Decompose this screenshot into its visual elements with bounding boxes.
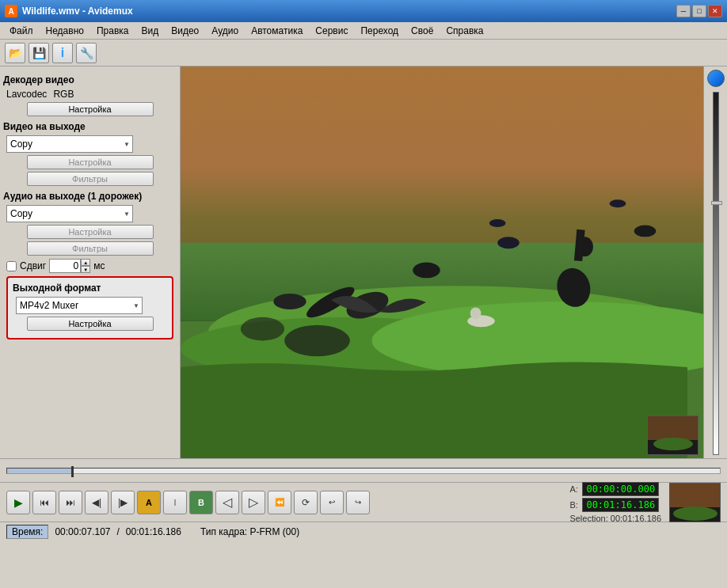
menu-auto[interactable]: Автоматика — [245, 24, 309, 38]
cut-button[interactable]: I — [163, 491, 187, 514]
audio-output-dropdown-row: Copy — [6, 205, 173, 222]
timeline-container — [6, 465, 721, 476]
menu-help[interactable]: Справка — [440, 24, 489, 38]
shift-row: Сдвиг ▲ ▼ мс — [6, 259, 173, 273]
audio-output-dropdown[interactable]: Copy — [6, 205, 133, 222]
timeline-track[interactable] — [6, 468, 721, 474]
loop-button[interactable]: ⟳ — [294, 491, 318, 514]
brightness-thumb[interactable] — [711, 201, 722, 205]
transport-buttons: ▶ ⏮ ⏭ ◀| |▶ A I B ◁ ▷ ⏪ ⟳ ↩ ↪ — [6, 491, 370, 514]
current-time-display: 00:00:07.107 — [55, 526, 110, 537]
menu-recent[interactable]: Недавно — [40, 24, 90, 38]
svg-point-12 — [489, 219, 506, 227]
mark-a-button[interactable]: A — [137, 491, 161, 514]
play-button[interactable]: ▶ — [6, 491, 30, 514]
go-to-end-button[interactable]: ⏭ — [59, 491, 82, 514]
output-format-dropdown-wrapper: MP4v2 Muxer — [16, 297, 143, 314]
left-panel: Декодер видео Lavcodec RGB Настройка Вид… — [0, 66, 181, 458]
menu-file[interactable]: Файл — [3, 24, 40, 38]
video-output-dropdown[interactable]: Copy — [6, 135, 133, 153]
timeline-position-marker — [71, 466, 74, 477]
prev-keyframe-button[interactable]: ◀| — [85, 491, 108, 514]
color-wheel-button[interactable] — [707, 70, 725, 87]
close-button[interactable]: ✕ — [708, 5, 722, 17]
menu-bar: Файл Недавно Правка Вид Видео Аудио Авто… — [0, 22, 727, 40]
output-format-dropdown[interactable]: MP4v2 Muxer — [16, 297, 143, 314]
svg-rect-5 — [181, 66, 727, 243]
menu-edit[interactable]: Правка — [90, 24, 135, 38]
toolbar-properties-button[interactable]: 🔧 — [76, 43, 97, 63]
svg-point-20 — [241, 317, 284, 341]
time-separator: / — [117, 526, 120, 537]
go-to-start-button[interactable]: ⏮ — [32, 491, 56, 514]
video-frame — [181, 66, 727, 458]
shift-value[interactable] — [49, 259, 81, 273]
svg-point-19 — [284, 325, 350, 357]
shift-spin-buttons: ▲ ▼ — [81, 259, 90, 273]
total-time-display: 00:01:16.186 — [126, 526, 181, 537]
svg-point-11 — [497, 237, 520, 248]
step-back-button[interactable]: ↩ — [320, 491, 344, 514]
mini-preview — [647, 415, 698, 455]
time-a-row: A: 00:00:00.000 — [569, 482, 661, 496]
audio-output-title: Аудио на выходе (1 дорожек) — [3, 191, 177, 202]
app-icon: A — [5, 5, 17, 17]
frame-back-button[interactable]: ◁ — [215, 491, 239, 514]
minimize-button[interactable]: ─ — [676, 5, 691, 17]
shift-down-button[interactable]: ▼ — [81, 266, 90, 273]
selection-label: Selection: 00:01:16.186 — [569, 514, 661, 523]
maximize-button[interactable]: □ — [692, 5, 706, 17]
timecode-section: A: 00:00:00.000 B: 00:01:16.186 Selectio… — [569, 482, 661, 523]
window-title: Wildlife.wmv - Avidemux — [22, 6, 133, 17]
decoder-info: Lavcodec RGB — [6, 89, 173, 100]
mark-b-button[interactable]: B — [189, 491, 213, 514]
video-output-dropdown-wrapper: Copy — [6, 135, 133, 153]
toolbar-info-button[interactable]: i — [52, 43, 73, 63]
video-panel — [181, 66, 727, 458]
menu-video[interactable]: Видео — [165, 24, 205, 38]
title-bar: A Wildlife.wmv - Avidemux ─ □ ✕ — [0, 0, 727, 22]
output-format-dropdown-row: MP4v2 Muxer — [16, 297, 164, 314]
lavcodec-label: Lavcodec — [6, 89, 47, 100]
next-keyframe-button[interactable]: |▶ — [111, 491, 135, 514]
brightness-slider[interactable] — [713, 92, 719, 455]
svg-point-26 — [673, 506, 717, 521]
video-output-settings-button[interactable]: Настройка — [27, 155, 154, 169]
menu-goto[interactable]: Переход — [354, 24, 405, 38]
time-b-label: B: — [569, 500, 579, 510]
output-format-box: Выходной формат MP4v2 Muxer Настройка — [6, 276, 173, 340]
toolbar-save-button[interactable]: 💾 — [29, 43, 49, 63]
shift-up-button[interactable]: ▲ — [81, 259, 90, 266]
output-format-title: Выходной формат — [13, 283, 167, 294]
audio-output-settings-button[interactable]: Настройка — [27, 225, 154, 239]
menu-custom[interactable]: Своё — [405, 24, 440, 38]
audio-output-filters-button[interactable]: Фильтры — [27, 241, 154, 256]
svg-rect-22 — [648, 416, 698, 440]
output-format-settings-button[interactable]: Настройка — [27, 317, 154, 331]
toolbar: 📂 💾 i 🔧 — [0, 40, 727, 66]
shift-label: Сдвиг — [20, 260, 46, 271]
frame-forward-button[interactable]: ▷ — [242, 491, 265, 514]
video-output-title: Видео на выходе — [3, 121, 177, 132]
shift-spin: ▲ ▼ — [49, 259, 90, 273]
main-area: Декодер видео Lavcodec RGB Настройка Вид… — [0, 66, 727, 458]
video-decoder-settings-button[interactable]: Настройка — [27, 102, 154, 116]
timeline-area — [0, 458, 727, 482]
svg-point-17 — [413, 263, 440, 279]
shift-checkbox[interactable] — [6, 261, 17, 271]
menu-service[interactable]: Сервис — [309, 24, 354, 38]
menu-audio[interactable]: Аудио — [205, 24, 245, 38]
bird-scene — [181, 66, 727, 458]
status-bar: Время: 00:00:07.107 / 00:01:16.186 Тип к… — [0, 522, 727, 541]
time-b-display: 00:01:16.186 — [582, 498, 659, 512]
step-forward-button[interactable]: ↪ — [346, 491, 370, 514]
toolbar-open-button[interactable]: 📂 — [5, 43, 25, 63]
audio-output-dropdown-wrapper: Copy — [6, 205, 133, 222]
prev-keyframe2-button[interactable]: ⏪ — [268, 491, 291, 514]
time-a-display: 00:00:00.000 — [582, 482, 659, 496]
color-controls — [703, 66, 727, 458]
menu-view[interactable]: Вид — [135, 24, 166, 38]
svg-point-18 — [273, 294, 306, 309]
shift-unit: мс — [93, 260, 105, 271]
video-output-filters-button[interactable]: Фильтры — [27, 172, 154, 186]
